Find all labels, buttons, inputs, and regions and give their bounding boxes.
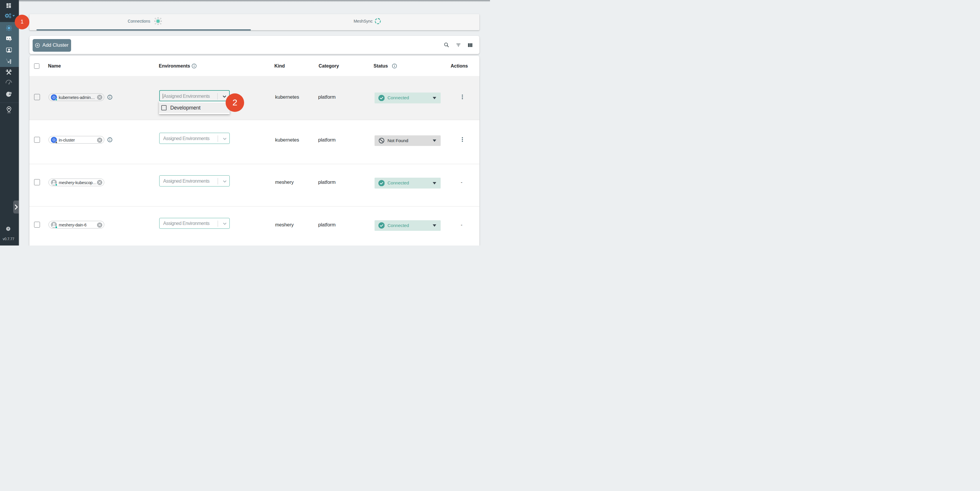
svg-text:?: ? — [7, 227, 9, 230]
